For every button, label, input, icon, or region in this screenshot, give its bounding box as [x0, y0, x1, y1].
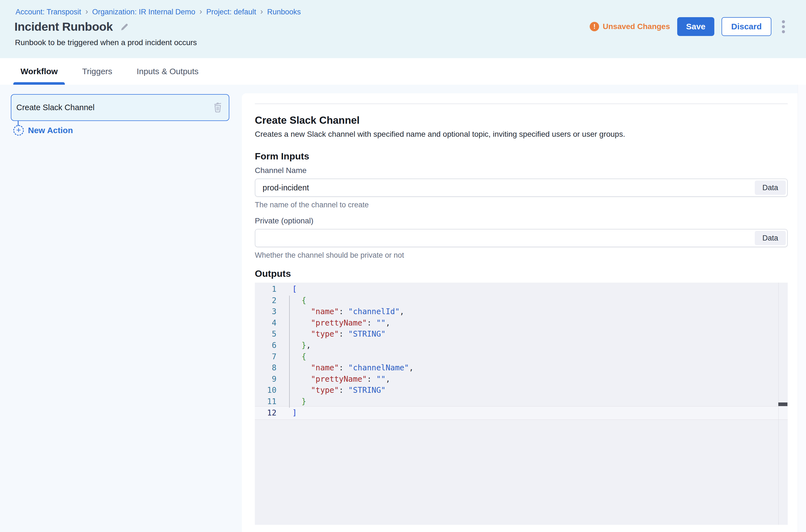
tab-workflow[interactable]: Workflow: [13, 58, 65, 85]
outputs-code-editor[interactable]: 1[2 {3 "name": "channelId",4 "prettyName…: [255, 283, 788, 525]
channel-name-input-row: Data: [255, 178, 788, 197]
plus-icon: +: [13, 125, 24, 136]
action-detail-description: Creates a new Slack channel with specifi…: [255, 129, 788, 139]
page-title: Incident Runbook: [14, 20, 113, 34]
top-divider: [255, 103, 788, 104]
breadcrumb-separator-icon: ›: [199, 7, 202, 16]
private-data-button[interactable]: Data: [755, 231, 786, 245]
private-input-row: Data: [255, 229, 788, 247]
code-line: {: [292, 295, 306, 306]
line-number: 12: [255, 407, 276, 419]
outputs-heading: Outputs: [255, 268, 788, 279]
action-detail-title: Create Slack Channel: [255, 114, 788, 127]
channel-name-help: The name of the channel to create: [255, 200, 788, 210]
line-number: 6: [255, 340, 276, 351]
line-number: 10: [255, 384, 276, 396]
page-scrollbar-gutter[interactable]: [798, 85, 806, 532]
channel-name-data-button[interactable]: Data: [755, 180, 786, 195]
tab-triggers[interactable]: Triggers: [75, 58, 120, 85]
breadcrumb-project-link[interactable]: Project: default: [206, 8, 256, 16]
breadcrumb-runbooks-link[interactable]: Runbooks: [267, 8, 301, 16]
tab-inputs-outputs[interactable]: Inputs & Outputs: [129, 58, 205, 85]
line-number: 8: [255, 362, 276, 374]
breadcrumb-organization-link[interactable]: Organization: IR Internal Demo: [92, 8, 195, 16]
action-detail-card: Create Slack Channel Creates a new Slack…: [242, 93, 806, 532]
new-action-button[interactable]: + New Action: [13, 125, 73, 136]
page-header: Account: Transposit › Organization: IR I…: [0, 0, 806, 58]
code-line: "prettyName": "",: [292, 317, 390, 328]
indent-guide-line: [289, 296, 290, 408]
warning-icon: !: [590, 22, 599, 31]
code-line: "name": "channelId",: [292, 306, 404, 317]
workflow-action-card[interactable]: Create Slack Channel: [11, 94, 229, 121]
line-number: 3: [255, 306, 276, 317]
code-line: {: [292, 351, 306, 362]
tab-bar: Workflow Triggers Inputs & Outputs: [0, 58, 806, 85]
active-line-highlight: [255, 406, 788, 420]
line-number: 7: [255, 351, 276, 362]
new-action-label: New Action: [28, 126, 73, 135]
runbook-subtitle: Runbook to be triggered when a prod inci…: [15, 38, 197, 47]
header-actions: ! Unsaved Changes Save Discard: [590, 17, 787, 36]
private-label: Private (optional): [255, 216, 788, 226]
unsaved-changes-status: ! Unsaved Changes: [590, 22, 670, 31]
code-line: "name": "channelName",: [292, 362, 414, 374]
kebab-menu-icon[interactable]: [780, 18, 787, 35]
line-number: 4: [255, 317, 276, 328]
line-number: 9: [255, 374, 276, 385]
unsaved-changes-label: Unsaved Changes: [603, 22, 670, 31]
breadcrumb: Account: Transposit › Organization: IR I…: [16, 7, 301, 17]
discard-button[interactable]: Discard: [721, 17, 771, 36]
line-number: 11: [255, 396, 276, 407]
save-button[interactable]: Save: [677, 17, 714, 36]
private-help: Whether the channel should be private or…: [255, 250, 788, 260]
code-line: },: [292, 340, 311, 351]
channel-name-input[interactable]: [255, 179, 751, 196]
code-line: "prettyName": "",: [292, 374, 390, 385]
code-line: "type": "STRING": [292, 384, 386, 396]
line-number: 1: [255, 283, 276, 295]
code-line: }: [292, 396, 306, 407]
content-area: Create Slack Channel + New Action Create…: [0, 85, 806, 532]
channel-name-label: Channel Name: [255, 166, 788, 175]
line-number: 2: [255, 295, 276, 306]
line-number: 5: [255, 328, 276, 340]
code-line: [: [292, 283, 297, 295]
code-line: ]: [292, 407, 297, 419]
breadcrumb-account-link[interactable]: Account: Transposit: [16, 8, 81, 16]
editor-scrollbar-thumb[interactable]: [778, 402, 787, 406]
code-line: "type": "STRING": [292, 328, 386, 340]
edit-title-pencil-icon[interactable]: [120, 22, 129, 32]
breadcrumb-separator-icon: ›: [85, 7, 88, 16]
form-inputs-heading: Form Inputs: [255, 150, 788, 162]
private-input[interactable]: [255, 229, 751, 247]
action-card-label: Create Slack Channel: [16, 103, 94, 112]
delete-action-trash-icon[interactable]: [213, 101, 223, 113]
breadcrumb-separator-icon: ›: [260, 7, 263, 16]
